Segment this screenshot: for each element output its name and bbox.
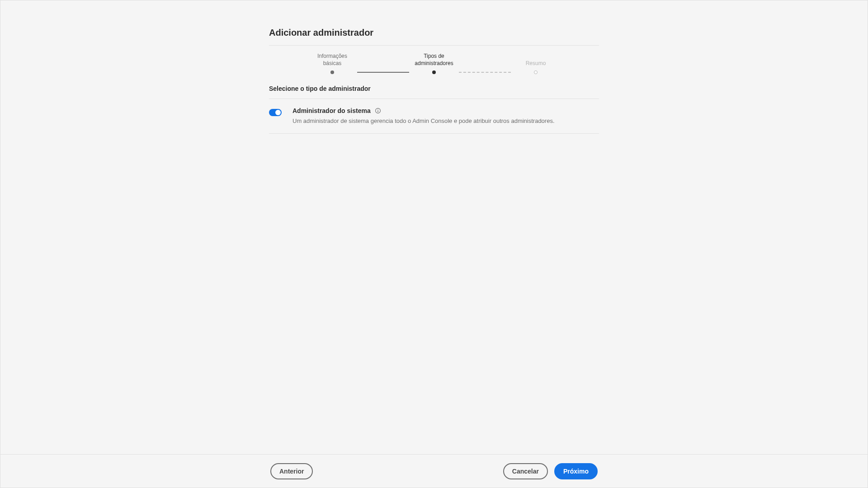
section-title: Selecione o tipo de administrador [269,85,599,99]
step-label: Tipos de administradores [409,53,459,67]
step-summary: Resumo [511,60,561,75]
step-connector-dashed [459,72,511,73]
stepper: Informações básicas Tipos de administrad… [269,53,599,74]
step-dot-icon [534,70,538,74]
admin-type-content: Administrador do sistema Um administrado… [292,107,555,125]
step-basic-info: Informações básicas [307,53,357,74]
step-dot-icon [330,70,334,74]
step-connector [357,72,409,73]
cancel-button[interactable]: Cancelar [503,463,548,479]
admin-type-title: Administrador do sistema [292,107,371,114]
step-label: Resumo [511,60,561,67]
previous-button[interactable]: Anterior [270,463,313,479]
step-dot-icon [432,70,436,74]
admin-type-header: Administrador do sistema [292,107,555,114]
next-button[interactable]: Próximo [554,463,598,479]
footer-right: Cancelar Próximo [503,463,598,479]
toggle-knob [275,110,281,115]
admin-type-description: Um administrador de sistema gerencia tod… [292,117,555,125]
step-label: Informações básicas [307,53,357,67]
page-title: Adicionar administrador [269,28,599,46]
admin-type-row: Administrador do sistema Um administrado… [269,99,599,134]
footer-left: Anterior [270,463,313,479]
info-icon[interactable] [374,107,382,114]
footer: Anterior Cancelar Próximo [0,454,868,488]
svg-point-2 [377,109,378,110]
main-content: Adicionar administrador Informações bási… [269,0,599,134]
step-admin-types: Tipos de administradores [409,53,459,74]
system-admin-toggle[interactable] [269,109,282,116]
